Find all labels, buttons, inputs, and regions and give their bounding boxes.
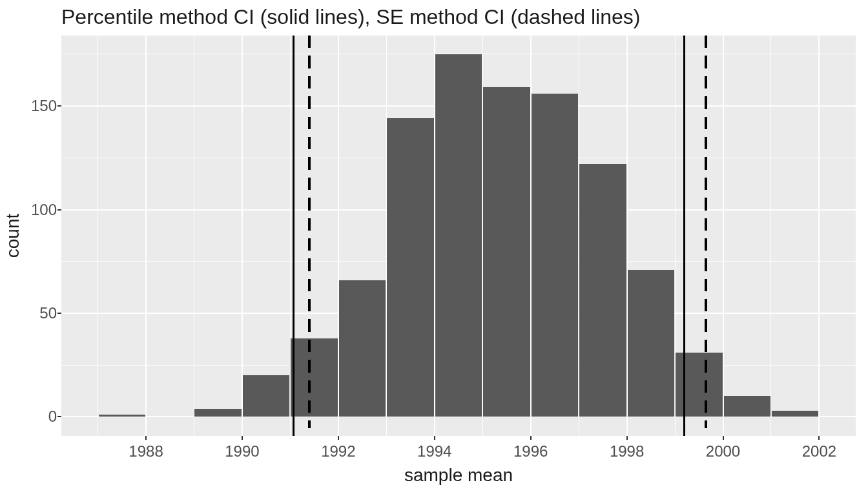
- histogram-bar: [291, 338, 337, 417]
- y-axis-label: count: [3, 214, 23, 258]
- x-tick-mark: [530, 436, 532, 440]
- histogram-bar: [99, 415, 145, 417]
- y-tick-label: 150: [31, 97, 57, 115]
- x-tick-mark: [242, 436, 243, 440]
- gridline-v: [194, 36, 194, 436]
- y-tick-mark: [57, 313, 61, 314]
- x-tick-label: 1998: [610, 442, 644, 460]
- ci-line-percentile: [683, 36, 685, 436]
- gridline-v: [770, 36, 771, 436]
- y-tick-mark: [57, 416, 61, 417]
- histogram-bar: [579, 164, 626, 417]
- histogram-bar: [676, 353, 722, 417]
- x-tick-mark: [145, 436, 147, 440]
- y-tick-label: 0: [48, 408, 57, 426]
- y-tick-mark: [57, 209, 61, 211]
- x-tick-mark: [626, 436, 628, 440]
- x-tick-label: 2000: [706, 442, 740, 460]
- histogram-bar: [483, 87, 530, 417]
- plot-panel: [61, 36, 856, 436]
- x-tick-label: 1990: [225, 442, 259, 460]
- gridline-v: [98, 36, 98, 436]
- histogram-bar: [194, 409, 241, 417]
- histogram-bar: [339, 280, 386, 417]
- histogram-bar: [435, 54, 482, 417]
- ci-line-se: [705, 36, 707, 436]
- histogram-bar: [772, 411, 818, 417]
- histogram-bar: [724, 396, 770, 417]
- histogram-bar: [243, 375, 289, 417]
- ci-line-se: [308, 36, 311, 436]
- histogram-bar: [387, 118, 433, 417]
- x-tick-mark: [434, 436, 435, 440]
- x-tick-mark: [818, 436, 820, 440]
- gridline-v: [723, 36, 724, 436]
- x-axis-label: sample mean: [404, 465, 513, 486]
- x-tick-label: 1996: [513, 442, 548, 460]
- gridline-v: [818, 36, 820, 436]
- x-tick-mark: [338, 436, 339, 440]
- y-tick-mark: [57, 105, 61, 107]
- chart-container: Percentile method CI (solid lines), SE m…: [0, 0, 868, 496]
- x-tick-label: 1992: [321, 442, 355, 460]
- y-tick-label: 50: [39, 304, 57, 322]
- ci-line-percentile: [293, 36, 294, 436]
- y-tick-label: 100: [31, 201, 57, 219]
- x-tick-label: 2002: [802, 442, 836, 460]
- x-tick-mark: [723, 436, 724, 440]
- histogram-bar: [532, 94, 578, 417]
- chart-title: Percentile method CI (solid lines), SE m…: [61, 5, 640, 29]
- x-tick-label: 1994: [417, 442, 451, 460]
- histogram-bar: [628, 270, 674, 417]
- x-tick-label: 1988: [129, 442, 163, 460]
- gridline-v: [145, 36, 147, 436]
